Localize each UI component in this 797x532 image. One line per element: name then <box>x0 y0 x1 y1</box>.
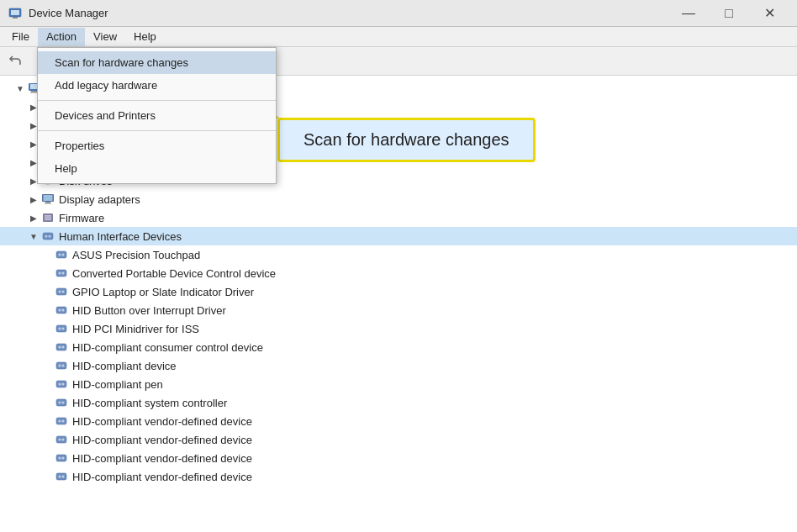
menu-add-legacy[interactable]: Add legacy hardware <box>38 74 276 97</box>
svg-rect-70 <box>56 418 66 424</box>
hid-child-icon <box>54 395 69 410</box>
svg-point-71 <box>59 420 61 423</box>
svg-point-66 <box>62 383 65 386</box>
menu-action[interactable]: Action <box>38 28 85 46</box>
hid-child-icon <box>54 358 69 373</box>
hid-pen-label: HID-compliant pen <box>72 378 163 391</box>
svg-rect-52 <box>56 307 66 313</box>
tree-hid-vendor1[interactable]: HID-compliant vendor-defined device <box>0 412 797 430</box>
menu-view[interactable]: View <box>85 28 125 46</box>
toolbar-back-button[interactable] <box>3 50 27 73</box>
title-bar-controls: — □ ✕ <box>669 0 789 27</box>
device-manager-icon <box>8 7 22 20</box>
hid-vendor4-label: HID-compliant vendor-defined device <box>72 471 252 483</box>
svg-point-78 <box>62 457 65 460</box>
dropdown-separator-1 <box>38 100 276 101</box>
tree-hid-vendor3[interactable]: HID-compliant vendor-defined device <box>0 449 797 467</box>
tree-hid-converted[interactable]: Converted Portable Device Control device <box>0 264 797 282</box>
display-label: Display adapters <box>59 193 140 206</box>
hid-arrow <box>27 229 40 243</box>
tree-hid-vendor2[interactable]: HID-compliant vendor-defined device <box>0 430 797 449</box>
hid-child-icon <box>54 284 69 299</box>
svg-rect-49 <box>56 288 66 295</box>
svg-rect-55 <box>56 325 66 332</box>
svg-rect-61 <box>56 362 66 369</box>
hid-child-icon <box>54 266 69 281</box>
root-arrow <box>13 82 27 95</box>
hid-label: Human Interface Devices <box>59 230 182 243</box>
hid-vendor3-label: HID-compliant vendor-defined device <box>72 452 252 465</box>
menu-file[interactable]: File <box>3 28 38 46</box>
svg-rect-36 <box>45 215 51 220</box>
window-title: Device Manager <box>29 7 108 19</box>
tree-hid-system[interactable]: HID-compliant system controller <box>0 393 797 412</box>
hid-child-icon <box>54 377 69 392</box>
tree-hid-pci[interactable]: HID PCI Minidriver for ISS <box>0 319 797 338</box>
svg-point-60 <box>62 346 65 349</box>
svg-point-75 <box>62 439 65 441</box>
svg-point-50 <box>59 291 61 293</box>
svg-point-74 <box>59 439 61 441</box>
svg-point-51 <box>62 291 65 293</box>
svg-rect-76 <box>56 455 66 461</box>
svg-rect-43 <box>56 251 66 258</box>
menu-devices-printers[interactable]: Devices and Printers <box>38 104 276 127</box>
firmware-icon <box>40 210 55 225</box>
menu-bar: File Action View Help <box>0 27 797 47</box>
svg-rect-73 <box>56 436 66 443</box>
hid-child-icon <box>54 247 69 262</box>
tree-hid-device[interactable]: HID-compliant device <box>0 356 797 375</box>
tree-hid-consumer[interactable]: HID-compliant consumer control device <box>0 338 797 356</box>
svg-point-69 <box>62 402 65 404</box>
menu-scan-hardware[interactable]: Scan for hardware changes <box>38 51 276 74</box>
menu-properties[interactable]: Properties <box>38 134 276 157</box>
callout-text: Scan for hardware changes <box>303 130 509 149</box>
callout-box: Scan for hardware changes <box>277 118 536 162</box>
hid-child-icon <box>54 450 69 466</box>
display-arrow <box>27 192 40 206</box>
hid-converted-label: Converted Portable Device Control device <box>72 267 276 280</box>
tree-hid-asus[interactable]: ASUS Precision Touchpad <box>0 245 797 264</box>
svg-point-59 <box>59 346 61 349</box>
svg-point-80 <box>59 476 61 478</box>
svg-point-45 <box>62 254 65 256</box>
callout-container: Scan for hardware changes <box>277 118 536 162</box>
tree-hid-button[interactable]: HID Button over Interrupt Driver <box>0 301 797 319</box>
tree-hid-gpio[interactable]: GPIO Laptop or Slate Indicator Driver <box>0 282 797 301</box>
svg-point-44 <box>59 254 61 256</box>
maximize-button[interactable]: □ <box>710 0 748 27</box>
menu-help[interactable]: Help <box>125 28 165 46</box>
back-icon <box>8 55 22 68</box>
svg-rect-64 <box>56 381 66 387</box>
svg-point-77 <box>59 457 61 460</box>
tree-display-adapters[interactable]: Display adapters <box>0 190 797 208</box>
svg-point-48 <box>62 272 65 275</box>
hid-pci-label: HID PCI Minidriver for ISS <box>72 323 199 335</box>
tree-firmware[interactable]: Firmware <box>0 208 797 227</box>
svg-point-62 <box>59 365 61 367</box>
svg-point-72 <box>62 420 65 423</box>
firmware-label: Firmware <box>59 212 104 224</box>
hid-child-icon <box>54 321 69 336</box>
hid-child-icon <box>54 469 69 484</box>
svg-point-47 <box>59 272 61 275</box>
menu-help[interactable]: Help <box>38 157 276 180</box>
firmware-arrow <box>27 211 40 224</box>
title-bar: Device Manager — □ ✕ <box>0 0 797 27</box>
svg-rect-32 <box>44 195 53 201</box>
svg-point-65 <box>59 383 61 386</box>
tree-hid-pen[interactable]: HID-compliant pen <box>0 375 797 393</box>
minimize-button[interactable]: — <box>669 0 708 27</box>
svg-rect-34 <box>45 203 51 204</box>
svg-point-56 <box>59 328 61 330</box>
close-button[interactable]: ✕ <box>750 0 789 27</box>
hid-button-label: HID Button over Interrupt Driver <box>72 304 226 317</box>
svg-rect-42 <box>45 234 51 235</box>
svg-rect-1 <box>11 10 19 15</box>
tree-hid[interactable]: Human Interface Devices <box>0 227 797 245</box>
svg-point-57 <box>62 328 65 330</box>
hid-child-icon <box>54 413 69 429</box>
tree-hid-vendor4[interactable]: HID-compliant vendor-defined device <box>0 467 797 486</box>
hid-gpio-label: GPIO Laptop or Slate Indicator Driver <box>72 286 254 298</box>
hid-icon <box>40 229 55 244</box>
